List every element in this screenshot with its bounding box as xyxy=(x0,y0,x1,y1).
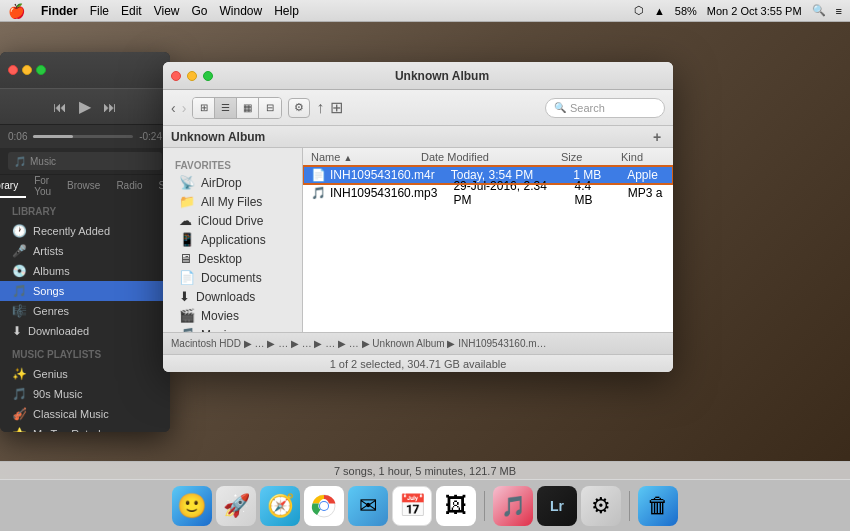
sidebar-item-genres[interactable]: 🎼 Genres xyxy=(0,301,170,321)
nav-forward-button[interactable]: › xyxy=(182,100,187,116)
apple-menu[interactable]: 🍎 xyxy=(8,3,25,19)
launchpad-dock-icon[interactable]: 🚀 xyxy=(216,486,256,526)
tab-radio[interactable]: Radio xyxy=(108,175,150,198)
sidebar-item-artists[interactable]: 🎤 Artists xyxy=(0,241,170,261)
col-date[interactable]: Date Modified xyxy=(413,151,553,163)
view-list-button[interactable]: ☰ xyxy=(215,98,237,118)
tab-for-you[interactable]: For You xyxy=(26,175,59,198)
top-rated-icon: ⭐ xyxy=(12,427,27,432)
preferences-dock-icon[interactable]: ⚙ xyxy=(581,486,621,526)
col-name[interactable]: Name ▲ xyxy=(303,151,413,163)
finder-window: Unknown Album ‹ › ⊞ ☰ ▦ ⊟ ⚙ ↑ ⊞ 🔍 Search… xyxy=(163,62,673,372)
maximize-button[interactable] xyxy=(36,65,46,75)
prev-button[interactable]: ⏮ xyxy=(53,99,67,115)
close-button[interactable] xyxy=(8,65,18,75)
file-list-header: Name ▲ Date Modified Size Kind xyxy=(303,148,673,166)
minimize-button[interactable] xyxy=(22,65,32,75)
search-placeholder: Search xyxy=(570,102,605,114)
tab-browse[interactable]: Browse xyxy=(59,175,108,198)
downloads-icon: ⬇ xyxy=(179,289,190,304)
progress-track[interactable] xyxy=(33,135,133,138)
menubar-right: ⬡ ▲ 58% Mon 2 Oct 3:55 PM 🔍 ≡ xyxy=(634,4,842,17)
next-button[interactable]: ⏭ xyxy=(103,99,117,115)
sidebar-icloud-drive[interactable]: ☁ iCloud Drive xyxy=(167,211,298,230)
itunes-window: ⏮ ▶ ⏭ 0:06 -0:24 🎵 Music Library For You… xyxy=(0,52,170,432)
new-folder-button[interactable]: + xyxy=(649,129,665,145)
sidebar-documents[interactable]: 📄 Documents xyxy=(167,268,298,287)
icloud-label: iCloud Drive xyxy=(198,214,263,228)
menu-file[interactable]: File xyxy=(90,4,109,18)
sidebar-applications[interactable]: 📱 Applications xyxy=(167,230,298,249)
col-size[interactable]: Size xyxy=(553,151,613,163)
file-row[interactable]: 🎵 INH109543160.mp3 29-Jul-2016, 2:34 PM … xyxy=(303,184,673,202)
itunes-search-input[interactable]: Music xyxy=(30,156,56,167)
sidebar-item-albums[interactable]: 💿 Albums xyxy=(0,261,170,281)
menu-view[interactable]: View xyxy=(154,4,180,18)
action-button[interactable]: ⊞ xyxy=(330,98,343,117)
sidebar-item-genius[interactable]: ✨ Genius xyxy=(0,364,170,384)
sidebar-airdrop[interactable]: 📡 AirDrop xyxy=(167,173,298,192)
tab-library[interactable]: Library xyxy=(0,175,26,198)
file-date: 29-Jul-2016, 2:34 PM xyxy=(445,179,566,207)
airdrop-label: AirDrop xyxy=(201,176,242,190)
sidebar-music[interactable]: 🎵 Music xyxy=(167,325,298,332)
play-button[interactable]: ▶ xyxy=(79,97,91,116)
90s-label: 90s Music xyxy=(33,388,83,400)
view-column-button[interactable]: ▦ xyxy=(237,98,259,118)
menu-window[interactable]: Window xyxy=(220,4,263,18)
downloads-label: Downloads xyxy=(196,290,255,304)
lightroom-dock-icon[interactable]: Lr xyxy=(537,486,577,526)
recently-added-label: Recently Added xyxy=(33,225,110,237)
applications-label: Applications xyxy=(201,233,266,247)
finder-toolbar: ‹ › ⊞ ☰ ▦ ⊟ ⚙ ↑ ⊞ 🔍 Search xyxy=(163,90,673,126)
nav-back-button[interactable]: ‹ xyxy=(171,100,176,116)
finder-close-button[interactable] xyxy=(171,71,181,81)
genres-label: Genres xyxy=(33,305,69,317)
chrome-dock-icon[interactable] xyxy=(304,486,344,526)
view-icon-button[interactable]: ⊞ xyxy=(193,98,215,118)
sidebar-desktop[interactable]: 🖥 Desktop xyxy=(167,249,298,268)
itunes-app-icon[interactable]: 🎵 xyxy=(493,486,533,526)
sidebar-item-90s[interactable]: 🎵 90s Music xyxy=(0,384,170,404)
list-icon[interactable]: ≡ xyxy=(836,5,842,17)
finder-content: Favorites 📡 AirDrop 📁 All My Files ☁ iCl… xyxy=(163,148,673,332)
folder-name: Unknown Album xyxy=(171,130,265,144)
sidebar-movies[interactable]: 🎬 Movies xyxy=(167,306,298,325)
trash-dock-icon[interactable]: 🗑 xyxy=(638,486,678,526)
gear-button[interactable]: ⚙ xyxy=(288,98,310,118)
finder-maximize-button[interactable] xyxy=(203,71,213,81)
menu-finder[interactable]: Finder xyxy=(41,4,78,18)
90s-icon: 🎵 xyxy=(12,387,27,401)
albums-label: Albums xyxy=(33,265,70,277)
sidebar-all-my-files[interactable]: 📁 All My Files xyxy=(167,192,298,211)
search-icon[interactable]: 🔍 xyxy=(812,4,826,17)
search-icon: 🔍 xyxy=(554,102,566,113)
sidebar-item-recently-added[interactable]: 🕐 Recently Added xyxy=(0,221,170,241)
menu-go[interactable]: Go xyxy=(192,4,208,18)
finder-files: Name ▲ Date Modified Size Kind 📄 INH1095… xyxy=(303,148,673,332)
itunes-titlebar xyxy=(0,52,170,88)
sidebar-downloads[interactable]: ⬇ Downloads xyxy=(167,287,298,306)
menu-edit[interactable]: Edit xyxy=(121,4,142,18)
share-button[interactable]: ↑ xyxy=(316,99,324,117)
view-cover-button[interactable]: ⊟ xyxy=(259,98,281,118)
finder-title: Unknown Album xyxy=(219,69,665,83)
finder-search-input[interactable]: 🔍 Search xyxy=(545,98,665,118)
photos-dock-icon[interactable]: 🖼 xyxy=(436,486,476,526)
menu-help[interactable]: Help xyxy=(274,4,299,18)
sidebar-item-classical[interactable]: 🎻 Classical Music xyxy=(0,404,170,424)
sidebar-item-downloaded[interactable]: ⬇ Downloaded xyxy=(0,321,170,341)
safari-dock-icon[interactable]: 🧭 xyxy=(260,486,300,526)
finder-dock-icon[interactable]: 🙂 xyxy=(172,486,212,526)
file-name: INH109543160.mp3 xyxy=(330,186,445,200)
sidebar-item-songs[interactable]: 🎵 Songs xyxy=(0,281,170,301)
finder-statusbar: 1 of 2 selected, 304.71 GB available xyxy=(163,354,673,372)
sidebar-item-top-rated[interactable]: ⭐ My Top Rated xyxy=(0,424,170,432)
col-kind[interactable]: Kind xyxy=(613,151,673,163)
mail-dock-icon[interactable]: ✉ xyxy=(348,486,388,526)
file-size: 4.4 MB xyxy=(566,179,619,207)
finder-folder-bar: Unknown Album + xyxy=(163,126,673,148)
recently-added-icon: 🕐 xyxy=(12,224,27,238)
calendar-dock-icon[interactable]: 📅 xyxy=(392,486,432,526)
finder-minimize-button[interactable] xyxy=(187,71,197,81)
